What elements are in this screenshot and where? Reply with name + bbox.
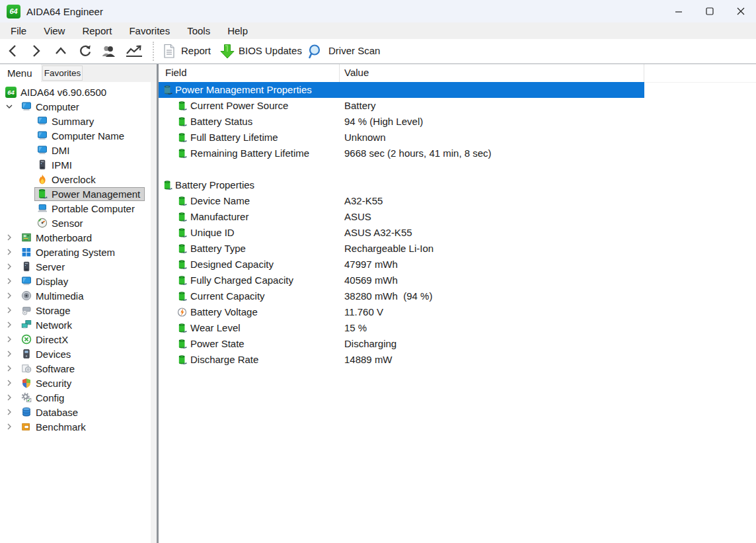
toolbar: Report BIOS Updates Driver Scan [0, 39, 756, 64]
chevron-right-icon[interactable] [5, 394, 13, 401]
forward-icon[interactable] [30, 44, 42, 58]
row-unique-id[interactable]: Unique ID ASUS A32-K55 [159, 225, 756, 241]
chevron-right-icon[interactable] [5, 423, 13, 431]
tree-item-aida64-root[interactable]: 64 AIDA64 v6.90.6500 [0, 85, 151, 99]
toolbar-separator [153, 42, 154, 61]
row-wear-level[interactable]: Wear Level 15 % [159, 320, 756, 336]
tab-menu[interactable]: Menu [0, 64, 41, 82]
chevron-right-icon[interactable] [5, 263, 13, 271]
tree-item-software[interactable]: Software [0, 361, 151, 376]
close-button[interactable] [725, 0, 756, 22]
tree-item-operating-system[interactable]: Operating System [0, 245, 151, 259]
column-divider[interactable] [339, 64, 340, 82]
tree-item-multimedia[interactable]: Multimedia [0, 288, 151, 303]
detail-list-view: Field Value Power Management Properties … [159, 64, 756, 543]
chevron-right-icon[interactable] [5, 233, 13, 241]
tree-item-database[interactable]: Database [0, 405, 151, 419]
row-discharge-rate[interactable]: Discharge Rate 14889 mW [159, 352, 756, 368]
menu-view[interactable]: View [35, 22, 73, 39]
battery-icon [177, 259, 187, 271]
chevron-right-icon[interactable] [5, 379, 13, 387]
report-document-icon [163, 44, 175, 59]
tree-scrollbar[interactable] [151, 82, 157, 543]
tree-item-ipmi[interactable]: IPMI [0, 157, 151, 172]
tree-item-computer[interactable]: Computer [0, 99, 151, 114]
software-icon [21, 363, 32, 374]
tree-item-display[interactable]: Display [0, 274, 151, 288]
back-icon[interactable] [7, 44, 19, 58]
windows-icon [21, 247, 32, 257]
row-power-state[interactable]: Power State Discharging [159, 336, 756, 352]
flame-icon [37, 174, 48, 185]
database-icon [21, 407, 32, 417]
row-current-power-source[interactable]: Current Power Source Battery [159, 98, 756, 114]
tree-item-network[interactable]: Network [0, 317, 151, 332]
menu-help[interactable]: Help [219, 22, 256, 39]
chevron-right-icon[interactable] [5, 408, 13, 416]
chart-icon[interactable] [125, 44, 143, 58]
battery-icon [177, 195, 187, 207]
battery-icon [177, 354, 187, 366]
tree-item-sensor[interactable]: Sensor [0, 216, 151, 230]
row-battery-status[interactable]: Battery Status 94 % (High Level) [159, 114, 756, 130]
row-battery-voltage[interactable]: Battery Voltage 11.760 V [159, 304, 756, 320]
row-battery-properties[interactable]: Battery Properties [159, 177, 756, 193]
tree-item-overclock[interactable]: Overclock [0, 172, 151, 187]
tree-item-motherboard[interactable]: Motherboard [0, 230, 151, 245]
chevron-right-icon[interactable] [5, 306, 13, 314]
refresh-icon[interactable] [79, 44, 92, 58]
driver-scan-button-label: Driver Scan [328, 45, 380, 56]
aida64-logo-icon: 64 [5, 87, 17, 98]
tree-item-directx[interactable]: DirectX [0, 332, 151, 347]
chevron-down-icon[interactable] [5, 103, 13, 110]
column-header-field[interactable]: Field [165, 67, 187, 78]
row-power-management-properties[interactable]: Power Management Properties [159, 82, 644, 98]
row-designed-capacity[interactable]: Designed Capacity 47997 mWh [159, 257, 756, 272]
row-remaining-battery-lifetime[interactable]: Remaining Battery Lifetime 9668 sec (2 h… [159, 146, 756, 161]
tree-item-server[interactable]: Server [0, 259, 151, 274]
chevron-right-icon[interactable] [5, 292, 13, 300]
chevron-right-icon[interactable] [5, 350, 13, 358]
chevron-right-icon[interactable] [5, 364, 13, 372]
tree-item-summary[interactable]: Summary [0, 114, 151, 128]
chevron-right-icon[interactable] [5, 248, 13, 256]
computer-icon [37, 145, 48, 155]
battery-icon [177, 274, 187, 286]
row-fully-charged-capacity[interactable]: Fully Charged Capacity 40569 mWh [159, 272, 756, 288]
row-full-battery-lifetime[interactable]: Full Battery Lifetime Unknown [159, 130, 756, 146]
row-current-capacity[interactable]: Current Capacity 38280 mWh (94 %) [159, 288, 756, 304]
report-button-label: Report [181, 45, 211, 56]
menu-tools[interactable]: Tools [178, 22, 219, 39]
menu-file[interactable]: File [2, 22, 35, 39]
row-battery-type[interactable]: Battery Type Rechargeable Li-Ion [159, 241, 756, 257]
users-icon[interactable] [100, 44, 119, 58]
tab-favorites[interactable]: Favorites [42, 65, 83, 81]
title-bar: 64 AIDA64 Engineer [0, 0, 756, 22]
menu-report[interactable]: Report [73, 22, 120, 39]
menu-favorites[interactable]: Favorites [120, 22, 178, 39]
tree-item-dmi[interactable]: DMI [0, 143, 151, 157]
minimize-icon [675, 7, 683, 15]
tree-item-config[interactable]: Config [0, 390, 151, 405]
magnifier-icon [308, 44, 324, 60]
chevron-right-icon[interactable] [5, 277, 13, 285]
tree-item-power-management[interactable]: Power Management [0, 187, 151, 201]
up-icon[interactable] [55, 46, 67, 56]
maximize-button[interactable] [694, 0, 725, 22]
row-manufacturer[interactable]: Manufacturer ASUS [159, 209, 756, 225]
column-header-value[interactable]: Value [344, 67, 369, 78]
tree-item-storage[interactable]: Storage [0, 303, 151, 317]
tree-item-computer-name[interactable]: Computer Name [0, 128, 151, 143]
shield-icon [21, 378, 32, 388]
tree-item-devices[interactable]: Devices [0, 347, 151, 361]
computer-icon [21, 101, 32, 112]
chevron-right-icon[interactable] [5, 321, 13, 329]
tree-item-benchmark[interactable]: Benchmark [0, 419, 151, 434]
chevron-right-icon[interactable] [5, 335, 13, 343]
column-divider[interactable] [644, 64, 644, 82]
tree-item-security[interactable]: Security [0, 376, 151, 390]
minimize-button[interactable] [663, 0, 694, 22]
row-device-name[interactable]: Device Name A32-K55 [159, 193, 756, 209]
computer-icon [37, 116, 48, 126]
tree-item-portable-computer[interactable]: Portable Computer [0, 201, 151, 216]
